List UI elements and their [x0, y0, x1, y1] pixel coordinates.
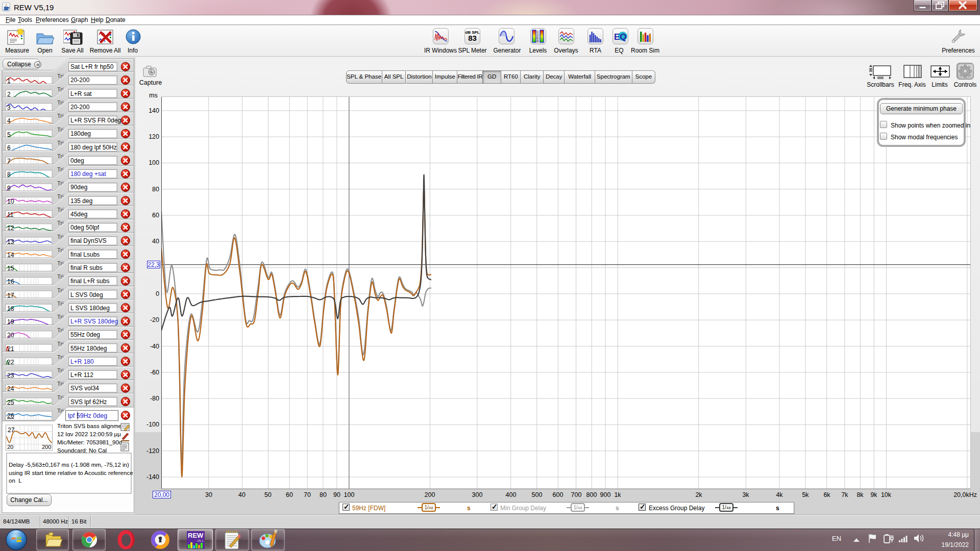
svg-text:15: 15 [7, 265, 14, 272]
svg-text:13: 13 [7, 238, 14, 245]
svg-text:180 deg lpf 50Hz: 180 deg lpf 50Hz [70, 144, 117, 151]
svg-text:135 deg: 135 deg [70, 197, 92, 205]
svg-text:20: 20 [7, 444, 13, 450]
svg-text:L+R 180: L+R 180 [70, 358, 94, 365]
svg-text:9: 9 [7, 185, 11, 192]
svg-text:17: 17 [7, 292, 14, 299]
svg-text:45deg: 45deg [70, 211, 87, 218]
svg-text:REW: REW [188, 532, 204, 539]
svg-text:200: 200 [42, 444, 51, 450]
svg-text:8: 8 [7, 171, 11, 178]
svg-text:L+R 112: L+R 112 [70, 371, 93, 379]
svg-text:Mic/Meter: 7053981_90d: Mic/Meter: 7053981_90d [57, 439, 122, 445]
svg-text:23: 23 [7, 372, 14, 379]
svg-text:using IR start time relative t: using IR start time relative to Acoustic… [9, 470, 133, 476]
svg-text:5: 5 [7, 131, 11, 138]
svg-text:Soundcard: No Cal: Soundcard: No Cal [57, 447, 107, 454]
svg-text:lpf 59Hz 0deg: lpf 59Hz 0deg [68, 412, 107, 419]
svg-text:180deg: 180deg [70, 130, 91, 137]
svg-text:L+R SVS FR 0deg: L+R SVS FR 0deg [70, 117, 121, 124]
svg-text:20-200: 20-200 [70, 77, 90, 84]
svg-text:1: 1 [7, 78, 11, 85]
svg-text:SVS vol34: SVS vol34 [70, 385, 99, 392]
svg-text:V5.1: V5.1 [197, 539, 204, 542]
svg-text:9: 9 [537, 39, 539, 43]
svg-text:final L+R subs: final L+R subs [70, 278, 109, 285]
svg-text:L SVS 0deg: L SVS 0deg [70, 291, 103, 298]
svg-text:L+R SVS 180deg: L+R SVS 180deg [70, 318, 118, 325]
svg-text:180 deg +sat: 180 deg +sat [70, 170, 106, 178]
svg-text:final Lsubs: final Lsubs [70, 251, 100, 258]
svg-text:22: 22 [7, 359, 14, 366]
svg-text:27: 27 [8, 427, 15, 434]
svg-text:14: 14 [7, 252, 14, 259]
svg-text:0deg 50lpf: 0deg 50lpf [70, 224, 100, 231]
svg-text:24: 24 [7, 385, 14, 392]
svg-text:90deg: 90deg [70, 184, 87, 191]
svg-text:final R subs: final R subs [70, 264, 103, 271]
svg-text:55Hz 180deg: 55Hz 180deg [70, 345, 107, 352]
svg-text:EQ: EQ [614, 32, 627, 42]
svg-text:on L: on L [9, 478, 22, 484]
svg-text:L SVS 180deg: L SVS 180deg [70, 305, 110, 312]
svg-text:16: 16 [7, 278, 14, 285]
svg-text:10: 10 [7, 198, 14, 205]
svg-text:55Hz 0deg: 55Hz 0deg [70, 331, 100, 338]
svg-text:7: 7 [7, 158, 11, 165]
svg-text:6: 6 [7, 144, 11, 152]
svg-text:2: 2 [7, 91, 11, 98]
svg-text:Delay -5,563±0,167 ms (-1.908: Delay -5,563±0,167 ms (-1.908 mm, -75,12… [9, 462, 129, 468]
svg-text:19: 19 [7, 318, 14, 325]
svg-text:0deg: 0deg [70, 157, 84, 164]
svg-text:Sat L+R fr hp50: Sat L+R fr hp50 [70, 63, 114, 70]
svg-text:20: 20 [7, 332, 14, 339]
svg-text:18: 18 [7, 305, 14, 312]
svg-text:21: 21 [7, 345, 14, 353]
svg-text:12 Ιαν 2022 12:00:59 μμ: 12 Ιαν 2022 12:00:59 μμ [57, 431, 121, 437]
svg-text:4: 4 [7, 117, 11, 124]
svg-text:final DynSVS: final DynSVS [70, 237, 107, 244]
svg-text:12: 12 [7, 224, 14, 232]
svg-text:Triton SVS bass alignme: Triton SVS bass alignme [57, 423, 121, 429]
svg-text:L+R sat: L+R sat [70, 90, 92, 97]
svg-text:3: 3 [7, 104, 11, 111]
svg-text:20-200: 20-200 [70, 104, 90, 111]
svg-text:11: 11 [7, 211, 14, 218]
